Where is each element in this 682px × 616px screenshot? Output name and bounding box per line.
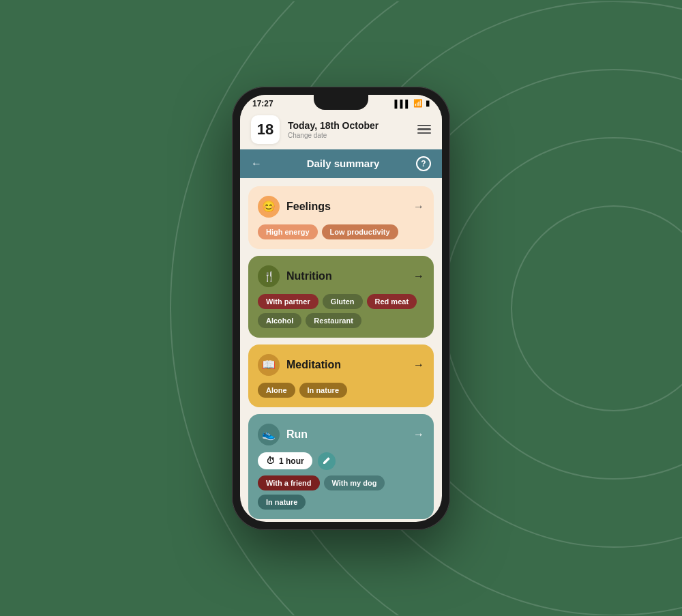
nutrition-card-header: 🍴 Nutrition → (258, 265, 424, 287)
phone-screen: 17:27 ▌▌▌ 📶 ▮ 18 Today, 18th October Cha… (240, 95, 442, 522)
date-number: 18 (257, 121, 273, 138)
run-time-row: ⏱ 1 hour (258, 452, 424, 470)
pencil-icon (322, 456, 331, 465)
nutrition-icon: 🍴 (258, 265, 280, 287)
svg-point-0 (512, 206, 682, 411)
tag-in-nature-meditation: In nature (299, 383, 347, 398)
meditation-card[interactable]: 📖 Meditation → Alone In nature (248, 344, 434, 407)
run-card[interactable]: 👟 Run → ⏱ 1 hour With a (248, 414, 434, 519)
meditation-arrow[interactable]: → (413, 359, 424, 371)
phone-frame: 17:27 ▌▌▌ 📶 ▮ 18 Today, 18th October Cha… (232, 87, 450, 530)
run-duration-pill: ⏱ 1 hour (258, 452, 312, 469)
date-box: 18 (251, 115, 280, 144)
nav-title: Daily summary (270, 158, 416, 169)
menu-button[interactable] (417, 125, 431, 134)
app-header: 18 Today, 18th October Change date (240, 110, 442, 149)
nutrition-tags: With partner Gluten Red meat Alcohol Res… (258, 294, 424, 328)
back-button[interactable]: ← (251, 158, 262, 170)
run-card-header: 👟 Run → (258, 424, 424, 445)
phone-notch (314, 95, 368, 110)
feelings-card[interactable]: 😊 Feelings → High energy Low productivit… (248, 186, 434, 249)
svg-point-1 (443, 138, 682, 479)
battery-icon: ▮ (426, 99, 430, 108)
feelings-icon: 😊 (258, 196, 280, 218)
clock-icon: ⏱ (266, 456, 275, 466)
feelings-card-header: 😊 Feelings → (258, 196, 424, 218)
tag-high-energy: High energy (258, 224, 318, 239)
wifi-icon: 📶 (413, 99, 423, 108)
run-duration: 1 hour (279, 456, 304, 466)
run-tags: With a friend With my dog In nature (258, 475, 424, 510)
run-arrow[interactable]: → (413, 428, 424, 441)
tag-with-partner: With partner (258, 294, 318, 309)
tag-red-meat: Red meat (367, 294, 417, 309)
nutrition-card[interactable]: 🍴 Nutrition → With partner Gluten Red me… (248, 256, 434, 338)
tag-with-friend: With a friend (258, 475, 320, 490)
tag-in-nature-run: In nature (258, 495, 306, 510)
meditation-card-header: 📖 Meditation → (258, 354, 424, 376)
meditation-icon: 📖 (258, 354, 280, 376)
nav-bar: ← Daily summary ? (240, 149, 442, 178)
feelings-title: Feelings (286, 201, 413, 213)
run-title: Run (286, 428, 413, 441)
scroll-content: 😊 Feelings → High energy Low productivit… (240, 178, 442, 522)
feelings-tags: High energy Low productivity (258, 224, 424, 239)
feelings-arrow[interactable]: → (413, 201, 424, 213)
date-info: Today, 18th October Change date (288, 120, 409, 139)
nutrition-arrow[interactable]: → (413, 270, 424, 282)
meditation-title: Meditation (286, 359, 413, 371)
tag-with-my-dog: With my dog (324, 475, 385, 490)
status-time: 17:27 (252, 99, 273, 108)
tag-restaurant: Restaurant (306, 313, 361, 328)
signal-icon: ▌▌▌ (395, 100, 411, 108)
status-icons: ▌▌▌ 📶 ▮ (395, 99, 430, 108)
date-title: Today, 18th October (288, 120, 409, 131)
tag-low-productivity: Low productivity (322, 224, 398, 239)
date-change[interactable]: Change date (288, 132, 409, 139)
run-edit-button[interactable] (318, 452, 336, 470)
meditation-tags: Alone In nature (258, 383, 424, 398)
run-icon: 👟 (258, 424, 280, 445)
tag-alone: Alone (258, 383, 295, 398)
nutrition-title: Nutrition (286, 270, 413, 282)
help-button[interactable]: ? (416, 156, 431, 171)
tag-gluten: Gluten (323, 294, 363, 309)
tag-alcohol: Alcohol (258, 313, 301, 328)
